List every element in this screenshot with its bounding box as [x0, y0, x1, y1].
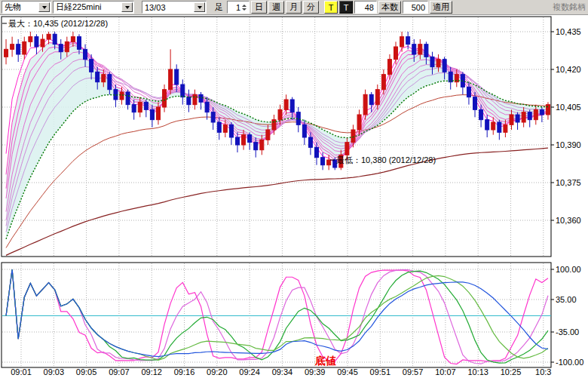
- period-month-button[interactable]: 月: [286, 1, 302, 14]
- svg-text:09:03: 09:03: [44, 367, 65, 376]
- svg-text:最低：10,380 (2012/12/28): 最低：10,380 (2012/12/28): [336, 155, 436, 164]
- svg-text:10:13: 10:13: [467, 367, 488, 376]
- chart-area[interactable]: 09:0109:0309:0509:0709:1209:1609:2009:24…: [0, 0, 588, 378]
- svg-text:10:07: 10:07: [435, 367, 456, 376]
- toolbar: 先物 日経225mini 13/03 足 1 日 週 月 分 T T 48 本数…: [0, 0, 588, 15]
- interval-input[interactable]: 1: [227, 1, 250, 14]
- svg-text:35.00: 35.00: [556, 295, 577, 304]
- svg-text:10,360: 10,360: [556, 216, 581, 225]
- svg-text:最大：10,435 (2012/12/28): 最大：10,435 (2012/12/28): [8, 19, 108, 28]
- instrument-select[interactable]: 先物: [2, 1, 51, 14]
- svg-text:底値: 底値: [314, 355, 336, 367]
- instrument-select-value: 先物: [5, 2, 21, 13]
- bar-count-button[interactable]: 本数: [378, 1, 401, 14]
- price-oscillator-chart[interactable]: 09:0109:0309:0509:0709:1209:1609:2009:24…: [0, 0, 588, 378]
- tick-count-input[interactable]: 48: [354, 1, 377, 14]
- interval-value: 1: [236, 3, 240, 12]
- symbol-select[interactable]: 日経225mini: [53, 1, 134, 14]
- tick-mode-button[interactable]: T: [324, 1, 338, 14]
- period-week-button[interactable]: 週: [268, 1, 284, 14]
- svg-text:100.00: 100.00: [556, 265, 581, 274]
- bar-count-value: 500: [412, 3, 425, 12]
- period-minute-button[interactable]: 分: [303, 1, 319, 14]
- svg-text:09:45: 09:45: [337, 367, 358, 376]
- svg-text:09:16: 09:16: [174, 367, 195, 376]
- svg-text:10,390: 10,390: [556, 140, 581, 149]
- contract-month-select[interactable]: 13/03: [142, 1, 207, 14]
- chevron-down-icon[interactable]: [38, 2, 50, 12]
- interval-spinner[interactable]: [242, 4, 247, 11]
- svg-text:10,435: 10,435: [556, 27, 581, 36]
- svg-text:09:20: 09:20: [207, 367, 228, 376]
- bar-type-label: 足: [213, 2, 225, 13]
- svg-text:10,375: 10,375: [556, 178, 581, 187]
- svg-text:09:12: 09:12: [141, 367, 162, 376]
- svg-text:09:57: 09:57: [403, 367, 424, 376]
- chevron-down-icon[interactable]: [121, 2, 133, 12]
- svg-text:-100.00: -100.00: [556, 358, 583, 367]
- svg-text:09:34: 09:34: [272, 367, 293, 376]
- svg-text:09:01: 09:01: [11, 367, 32, 376]
- chevron-down-icon[interactable]: [194, 2, 205, 12]
- tick-mode-alt-button[interactable]: T: [339, 1, 353, 14]
- contract-month-select-value: 13/03: [145, 3, 166, 12]
- svg-text:09:24: 09:24: [239, 367, 260, 376]
- multi-symbol-label[interactable]: 複数銘柄: [553, 2, 586, 13]
- svg-text:10:25: 10:25: [501, 367, 522, 376]
- symbol-select-value: 日経225mini: [56, 2, 102, 13]
- svg-text:10,405: 10,405: [556, 103, 581, 112]
- period-day-button[interactable]: 日: [251, 1, 267, 14]
- tick-count-value: 48: [365, 3, 374, 12]
- svg-text:09:39: 09:39: [305, 367, 326, 376]
- svg-text:09:07: 09:07: [109, 367, 130, 376]
- apply-button[interactable]: 適用: [430, 1, 452, 14]
- svg-text:-35.00: -35.00: [556, 327, 579, 337]
- bar-count-input[interactable]: 500: [403, 1, 428, 14]
- svg-text:10,420: 10,420: [556, 65, 581, 74]
- svg-text:09:51: 09:51: [370, 367, 391, 376]
- svg-text:09:05: 09:05: [76, 367, 97, 376]
- svg-text:10:3: 10:3: [535, 367, 551, 376]
